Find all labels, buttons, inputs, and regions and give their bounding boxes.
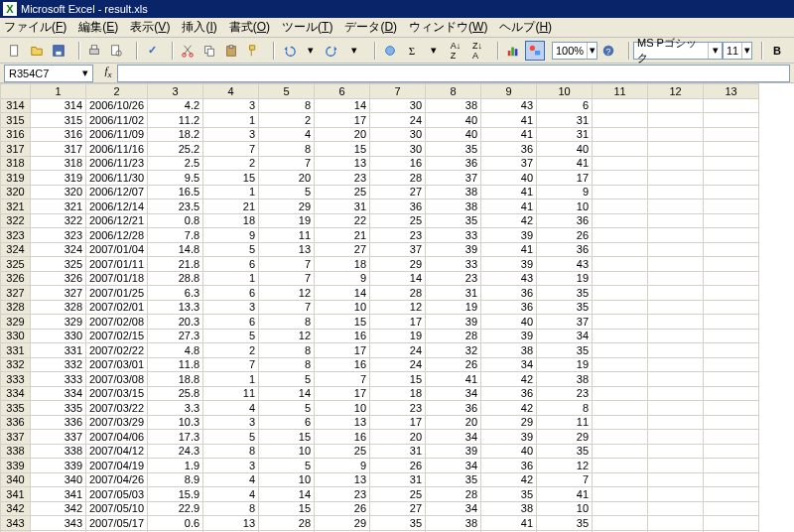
italic-button[interactable]: I bbox=[789, 41, 794, 61]
cell[interactable]: 2007/01/25 bbox=[86, 286, 148, 301]
chevron-down-icon[interactable]: ▾ bbox=[82, 66, 88, 79]
cell[interactable] bbox=[593, 516, 648, 531]
cell[interactable]: 41 bbox=[537, 487, 593, 502]
cell[interactable] bbox=[593, 401, 648, 416]
cell[interactable]: 36 bbox=[481, 459, 537, 473]
row-header[interactable]: 335 bbox=[1, 401, 31, 416]
redo-button[interactable] bbox=[323, 41, 342, 61]
row-header[interactable]: 320 bbox=[1, 185, 31, 200]
cell[interactable]: 25 bbox=[315, 444, 370, 459]
cell[interactable]: 7 bbox=[315, 372, 370, 387]
row-header[interactable]: 315 bbox=[1, 113, 31, 128]
cell[interactable]: 28 bbox=[426, 329, 481, 343]
cell[interactable]: 15 bbox=[259, 430, 315, 445]
cell[interactable]: 36 bbox=[481, 142, 537, 157]
cell[interactable]: 5 bbox=[203, 430, 259, 445]
row-header[interactable]: 341 bbox=[1, 487, 31, 502]
cell[interactable]: 25.2 bbox=[148, 142, 203, 157]
cell[interactable]: 2007/02/22 bbox=[86, 343, 148, 358]
drawing-button[interactable] bbox=[525, 41, 545, 61]
cell[interactable]: 41 bbox=[481, 516, 537, 531]
cell[interactable]: 38 bbox=[481, 501, 537, 516]
cell[interactable]: 41 bbox=[481, 242, 537, 257]
cell[interactable]: 341 bbox=[31, 487, 86, 502]
cell[interactable]: 15 bbox=[203, 171, 259, 186]
cell[interactable]: 34 bbox=[481, 357, 537, 372]
cell[interactable] bbox=[593, 98, 648, 113]
cell[interactable]: 20 bbox=[370, 430, 426, 445]
cell[interactable]: 3 bbox=[203, 415, 259, 430]
cell[interactable] bbox=[704, 242, 759, 257]
cell[interactable]: 8 bbox=[259, 343, 315, 358]
cell[interactable]: 27 bbox=[370, 501, 426, 516]
copy-button[interactable] bbox=[199, 41, 219, 61]
cell[interactable]: 24 bbox=[370, 357, 426, 372]
cell[interactable]: 27 bbox=[315, 242, 370, 257]
cell[interactable]: 34 bbox=[426, 501, 481, 516]
formula-input[interactable] bbox=[117, 65, 790, 82]
cell[interactable]: 4.2 bbox=[148, 98, 203, 113]
cell[interactable] bbox=[648, 257, 704, 272]
cell[interactable]: 326 bbox=[31, 271, 86, 286]
cell[interactable] bbox=[704, 372, 759, 387]
cell[interactable] bbox=[648, 430, 704, 445]
cell[interactable] bbox=[704, 459, 759, 473]
undo-dropdown[interactable]: ▾ bbox=[301, 41, 321, 61]
row-header[interactable]: 322 bbox=[1, 213, 31, 228]
cell[interactable] bbox=[593, 127, 648, 142]
cell[interactable]: 30 bbox=[370, 127, 426, 142]
cell[interactable]: 40 bbox=[481, 171, 537, 186]
print-preview-button[interactable] bbox=[106, 41, 126, 61]
cell[interactable] bbox=[593, 156, 648, 171]
cell[interactable] bbox=[593, 415, 648, 430]
cell[interactable]: 43 bbox=[537, 257, 593, 272]
autosum-button[interactable]: Σ bbox=[402, 41, 422, 61]
cell[interactable]: 26 bbox=[370, 459, 426, 473]
cell[interactable]: 6 bbox=[537, 98, 593, 113]
row-header[interactable]: 330 bbox=[1, 329, 31, 343]
cell[interactable] bbox=[648, 501, 704, 516]
row-header[interactable]: 342 bbox=[1, 501, 31, 516]
row-header[interactable]: 323 bbox=[1, 228, 31, 243]
cell[interactable]: 8 bbox=[537, 401, 593, 416]
cell[interactable]: 2006/11/02 bbox=[86, 113, 148, 128]
name-box[interactable]: R354C7 ▾ bbox=[4, 65, 93, 82]
cell[interactable] bbox=[704, 286, 759, 301]
cell[interactable]: 38 bbox=[426, 516, 481, 531]
cell[interactable]: 26 bbox=[315, 501, 370, 516]
cell[interactable]: 12 bbox=[259, 329, 315, 343]
cell[interactable]: 40 bbox=[481, 444, 537, 459]
new-button[interactable] bbox=[5, 41, 25, 61]
cell[interactable] bbox=[593, 300, 648, 315]
cell[interactable] bbox=[704, 343, 759, 358]
cell[interactable]: 2007/05/17 bbox=[86, 516, 148, 531]
cell[interactable]: 17 bbox=[315, 113, 370, 128]
cell[interactable]: 316 bbox=[31, 127, 86, 142]
cell[interactable]: 6 bbox=[203, 257, 259, 272]
cell[interactable]: 23 bbox=[426, 271, 481, 286]
cell[interactable]: 5 bbox=[203, 329, 259, 343]
cell[interactable]: 2007/02/08 bbox=[86, 315, 148, 330]
cell[interactable] bbox=[704, 213, 759, 228]
cell[interactable] bbox=[704, 401, 759, 416]
cell[interactable]: 6 bbox=[203, 286, 259, 301]
cell[interactable]: 33 bbox=[426, 257, 481, 272]
cell[interactable]: 31 bbox=[537, 113, 593, 128]
cell[interactable] bbox=[648, 242, 704, 257]
cell[interactable]: 2007/04/19 bbox=[86, 459, 148, 473]
cell[interactable]: 8.9 bbox=[148, 472, 203, 487]
column-header[interactable]: 6 bbox=[315, 84, 370, 99]
cell[interactable]: 19 bbox=[259, 213, 315, 228]
cell[interactable] bbox=[593, 430, 648, 445]
cell[interactable]: 338 bbox=[31, 444, 86, 459]
cell[interactable]: 2006/11/16 bbox=[86, 142, 148, 157]
cell[interactable]: 3 bbox=[203, 127, 259, 142]
row-header[interactable]: 337 bbox=[1, 430, 31, 445]
cell[interactable]: 31 bbox=[537, 127, 593, 142]
cell[interactable]: 18.2 bbox=[148, 127, 203, 142]
column-header[interactable]: 8 bbox=[426, 84, 481, 99]
undo-button[interactable] bbox=[279, 41, 299, 61]
cell[interactable]: 2007/05/10 bbox=[86, 501, 148, 516]
cell[interactable]: 14 bbox=[315, 286, 370, 301]
cell[interactable]: 17 bbox=[315, 386, 370, 401]
